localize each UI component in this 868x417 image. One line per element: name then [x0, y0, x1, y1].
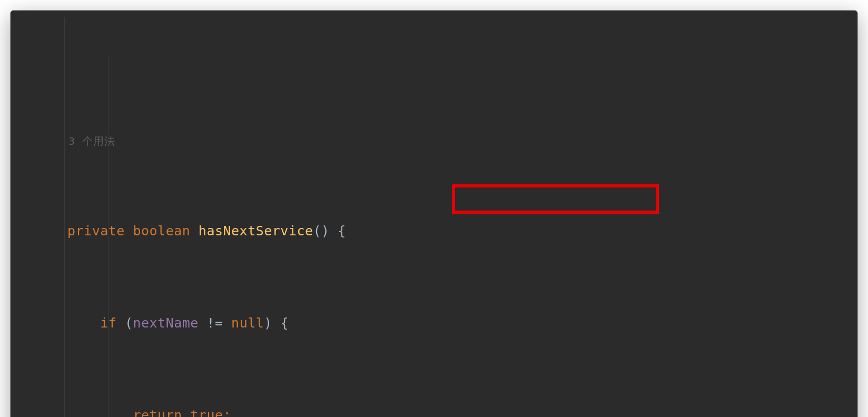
code-editor-panel: 3 个用法 private boolean hasNextService() {…	[11, 11, 857, 417]
keyword-private: private	[67, 223, 125, 239]
code-editor[interactable]: 3 个用法 private boolean hasNextService() {…	[11, 11, 857, 417]
code-line: if (nextName != null) {	[11, 312, 857, 335]
code-line: private boolean hasNextService() {	[11, 220, 857, 243]
field-nextname[interactable]: nextName	[133, 315, 198, 331]
keyword-boolean: boolean	[133, 223, 190, 239]
code-line: return true;	[11, 404, 857, 417]
method-name[interactable]: hasNextService	[199, 223, 313, 239]
indent-guide-2	[108, 55, 108, 417]
indent-guide	[64, 17, 65, 417]
annotation-red-box	[452, 184, 659, 214]
usage-inlay-hint[interactable]: 3 个用法	[11, 132, 857, 151]
keyword-return: return	[133, 408, 182, 417]
